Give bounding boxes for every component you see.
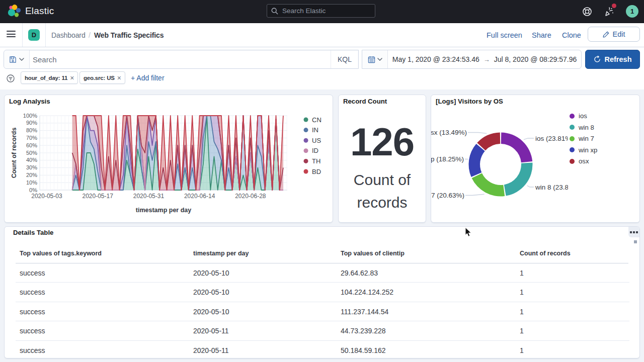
legend-dot	[570, 136, 575, 141]
legend-label: win xp	[579, 146, 597, 154]
panel-visitors-by-os: [Logs] Visitors by OS ios (23.81%)win 8 …	[431, 95, 640, 223]
svg-text:40%: 40%	[26, 157, 37, 163]
dashboard-app-badge[interactable]: D	[28, 29, 40, 41]
svg-text:90%: 90%	[26, 120, 37, 126]
elastic-logo[interactable]	[7, 4, 22, 19]
table-row[interactable]: success2020-05-10104.224.124.2521	[16, 283, 629, 302]
panel-title[interactable]: Log Analysis	[9, 98, 50, 105]
panel-options-icon[interactable]	[628, 227, 639, 237]
legend-item-ios[interactable]: ios	[570, 112, 587, 120]
svg-text:osx (13.49%): osx (13.49%)	[431, 129, 467, 136]
table-cell: 2020-05-10	[193, 263, 229, 283]
clone-button[interactable]: Clone	[562, 31, 581, 39]
table-cell: 1	[520, 341, 524, 359]
calendar-icon	[368, 56, 375, 63]
svg-text:2020-05-31: 2020-05-31	[133, 193, 165, 200]
svg-text:TH: TH	[312, 157, 320, 165]
table-cell: 1	[520, 263, 524, 283]
legend-dot	[570, 125, 575, 130]
user-avatar[interactable]: 1	[626, 5, 638, 18]
global-search-input[interactable]: Search Elastic	[267, 4, 375, 18]
breadcrumb-dashboard[interactable]: Dashboard	[51, 31, 86, 39]
table-cell: 50.184.59.162	[341, 341, 386, 359]
table-column-header[interactable]: Top values of tags.keyword	[20, 244, 102, 263]
table-column-header[interactable]: Top values of clientip	[341, 244, 405, 263]
date-range-start[interactable]: May 1, 2020 @ 23:24:53.46	[392, 55, 479, 63]
svg-text:70%: 70%	[26, 135, 37, 141]
table-row[interactable]: success2020-05-1150.184.59.1621	[16, 341, 629, 359]
panel-log-analysis: Log Analysis 0%10%20%30%40%50%60%70%80%9…	[4, 95, 333, 223]
legend-dot	[570, 147, 575, 152]
legend-dot	[570, 114, 575, 119]
table-row[interactable]: success2020-05-10111.237.144.541	[16, 302, 629, 322]
full-screen-button[interactable]: Full screen	[487, 31, 522, 39]
global-search-placeholder: Search Elastic	[282, 7, 326, 15]
legend-item-osx[interactable]: osx	[570, 157, 589, 165]
add-filter-button[interactable]: + Add filter	[131, 74, 165, 82]
log-analysis-area-chart[interactable]: 0%10%20%30%40%50%60%70%80%90%100%2020-05…	[5, 95, 333, 223]
query-language-button[interactable]: KQL	[331, 50, 358, 68]
filter-pill-geo-src[interactable]: geo.src: US ×	[79, 71, 125, 84]
svg-text:win xp (18.25%): win xp (18.25%)	[431, 155, 464, 163]
remove-filter-icon[interactable]: ×	[117, 74, 121, 81]
share-button[interactable]: Share	[532, 31, 551, 39]
legend-dot	[570, 159, 575, 164]
legend-item-win-xp[interactable]: win xp	[570, 146, 597, 154]
svg-text:US: US	[312, 137, 321, 144]
filter-options-icon[interactable]	[7, 74, 15, 84]
metric-value: 126	[339, 122, 426, 161]
svg-text:2020-05-03: 2020-05-03	[31, 193, 62, 200]
table-column-header[interactable]: timestamp per day	[193, 244, 249, 263]
saved-query-menu-button[interactable]	[4, 50, 30, 68]
panel-title[interactable]: Record Count	[343, 98, 387, 105]
svg-text:2020-06-28: 2020-06-28	[235, 193, 266, 200]
svg-text:50%: 50%	[26, 150, 37, 156]
panel-record-count: Record Count 126 Count of records	[338, 95, 426, 223]
menu-icon[interactable]	[7, 31, 16, 37]
search-icon	[271, 8, 278, 15]
save-icon	[9, 56, 17, 63]
table-cell: success	[20, 263, 45, 283]
panel-details-table: Details Table Top values of tags.keyword…	[4, 226, 640, 358]
nav-separator-2	[45, 23, 46, 47]
svg-text:IN: IN	[312, 126, 318, 134]
table-cell: 29.64.62.83	[341, 263, 378, 283]
table-row[interactable]: success2020-05-1029.64.62.831	[16, 263, 629, 283]
pencil-icon	[603, 31, 609, 38]
table-column-header[interactable]: Count of records	[520, 244, 571, 263]
notification-badge	[612, 4, 616, 8]
nav-bar: D Dashboard / Web Traffic Specifics Full…	[0, 23, 644, 47]
svg-text:2020-06-14: 2020-06-14	[184, 193, 215, 200]
table-cell: 2020-05-11	[193, 321, 229, 341]
help-icon[interactable]	[582, 6, 593, 17]
query-bar: Search KQL May 1, 2020 @ 23:24:53.46 → J…	[0, 47, 644, 70]
legend-label: win 7	[579, 135, 594, 142]
visitors-by-os-donut-chart[interactable]: ios (23.81%)win 8 (23.83%)win 7 (20.63%)…	[431, 95, 568, 223]
legend-item-win-7[interactable]: win 7	[570, 135, 594, 142]
svg-text:CN: CN	[312, 116, 321, 124]
date-range-arrow: →	[484, 56, 490, 63]
remove-filter-icon[interactable]: ×	[70, 74, 74, 81]
panel-title[interactable]: Details Table	[13, 229, 53, 236]
breadcrumb-current: Web Traffic Specifics	[94, 31, 164, 39]
table-cell: 1	[520, 321, 524, 341]
refresh-icon	[594, 56, 601, 63]
date-range-end[interactable]: Jul 8, 2020 @ 08:29:57.96	[494, 55, 577, 63]
table-row[interactable]: success2020-05-1144.73.239.2281	[16, 321, 629, 341]
quick-select-menu-button[interactable]	[362, 50, 388, 68]
kql-search-input[interactable]: Search KQL	[4, 50, 359, 69]
svg-text:60%: 60%	[26, 142, 37, 148]
filter-pill-hour-of-day[interactable]: hour_of_day: 11 ×	[21, 71, 78, 84]
date-picker: May 1, 2020 @ 23:24:53.46 → Jul 8, 2020 …	[362, 50, 582, 69]
metric-visualization: 126 Count of records	[339, 122, 426, 214]
table-cell: 1	[520, 302, 524, 322]
refresh-button[interactable]: Refresh	[585, 50, 640, 69]
svg-text:2020-05-17: 2020-05-17	[82, 193, 113, 200]
scrollbar-thumb[interactable]	[634, 240, 637, 243]
legend-item-win-8[interactable]: win 8	[570, 124, 594, 131]
svg-text:ios (23.81%): ios (23.81%)	[535, 135, 568, 142]
table-cell: success	[20, 283, 45, 302]
edit-button[interactable]: Edit	[588, 27, 640, 42]
chevron-down-icon	[19, 58, 24, 61]
svg-text:Count of records: Count of records	[11, 128, 18, 178]
